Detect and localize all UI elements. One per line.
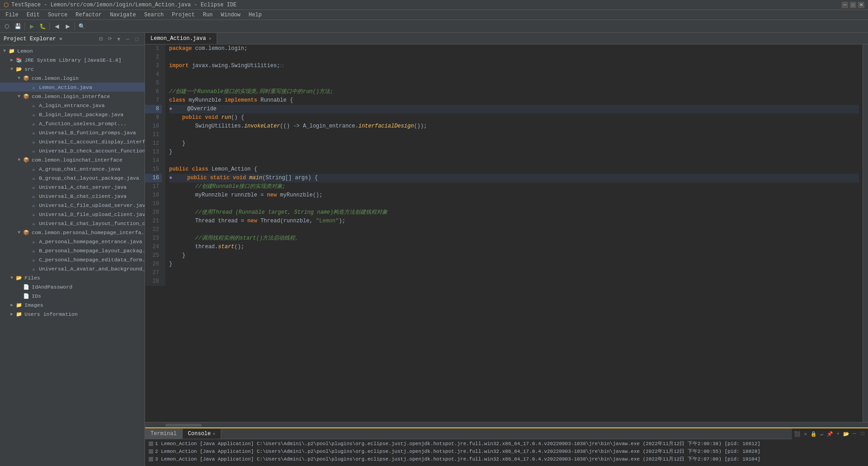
app-logo: ⬡ [4, 1, 9, 9]
icon-jre: 📚 [15, 56, 23, 64]
sidebar-tree: ▼ 📁 Lemon ▶ 📚 JRE System Library [JavaSE… [0, 45, 145, 466]
tree-item-users-info[interactable]: ▶ 📁 Users information [0, 309, 145, 319]
minimize-panel-icon[interactable]: ─ [851, 430, 858, 437]
new-button[interactable]: ⬡ [2, 21, 12, 31]
menu-window[interactable]: Window [217, 11, 244, 19]
tab-console-close[interactable]: ✕ [213, 431, 215, 437]
menu-help[interactable]: Help [245, 11, 266, 19]
clear-icon[interactable]: ✕ [802, 430, 809, 437]
code-line-12: } [169, 139, 859, 148]
tree-item-universal-c[interactable]: ▶ ☕ Universal_C_account_display_interfac… [0, 137, 145, 146]
tab-terminal[interactable]: Terminal [145, 429, 183, 439]
minimize-view-button[interactable]: ─ [124, 35, 132, 43]
tree-item-universal-c-file[interactable]: ▶ ☕ Universal_C_file_upload_server.java [0, 201, 145, 210]
tree-item-a-login[interactable]: ▶ ☕ A_login_entrance.java [0, 101, 145, 110]
menu-refactor[interactable]: Refactor [72, 11, 106, 19]
tree-item-a-function[interactable]: ▶ ☕ A_function_useless_prompt... [0, 119, 145, 128]
save-button[interactable]: 💾 [13, 21, 23, 31]
new-console-icon[interactable]: + [834, 430, 842, 437]
maximize-panel-icon[interactable]: □ [859, 430, 866, 437]
tree-item-files[interactable]: ▼ 📂 Files [0, 273, 145, 282]
forward-button[interactable]: ▶ [63, 21, 73, 31]
search-button[interactable]: 🔍 [77, 21, 87, 31]
linenum-4: 4 [145, 70, 162, 79]
back-button[interactable]: ◀ [52, 21, 62, 31]
icon-universal-b: ☕ [30, 129, 37, 136]
menu-search[interactable]: Search [141, 11, 167, 19]
tree-item-b-group[interactable]: ▶ ☕ B_group_chat_layout_package.java [0, 173, 145, 182]
tree-item-jre[interactable]: ▶ 📚 JRE System Library [JavaSE-1.8] [0, 55, 145, 64]
editor-hscroll[interactable] [145, 422, 868, 427]
tree-item-b-personal[interactable]: ▶ ☕ B_personal_homepage_layout_packag... [0, 246, 145, 255]
tree-item-ids[interactable]: ▶ 📄 IDs [0, 291, 145, 300]
tree-item-pkg-login[interactable]: ▼ 📦 com.lemon.login [0, 74, 145, 83]
collapse-all-button[interactable]: ⊟ [97, 35, 105, 43]
tree-item-a-personal[interactable]: ▶ ☕ A_personal_homepage_entrance.java [0, 237, 145, 246]
label-users-info: Users information [24, 311, 78, 317]
menu-edit[interactable]: Edit [23, 11, 44, 19]
tree-item-pkg-personal[interactable]: ▼ 📦 com.lemon.personal_homepage_interfa.… [0, 228, 145, 237]
maximize-button[interactable]: □ [850, 2, 856, 8]
console-line-3: 3 Lemon_Action [Java Application] C:\Use… [149, 456, 864, 463]
tab-close-lemon-action[interactable]: ✕ [209, 36, 211, 41]
code-editor[interactable]: 1 2 3 4 5 6 7 8 9 10 11 12 13 14 [145, 44, 863, 422]
menu-project[interactable]: Project [168, 11, 198, 19]
menu-file[interactable]: File [2, 11, 22, 19]
tree-item-universal-e[interactable]: ▶ ☕ Universal_E_chat_layout_function_opt… [0, 219, 145, 228]
menu-source[interactable]: Source [44, 11, 71, 19]
tree-item-universal-a-chat[interactable]: ▶ ☕ Universal_A_chat_server.java [0, 182, 145, 191]
hscroll-thumb[interactable] [165, 424, 202, 427]
tree-item-pkg-login-iface[interactable]: ▼ 📦 com.lemon.login_interface [0, 92, 145, 101]
label-universal-e: Universal_E_chat_layout_function_opt... [39, 221, 145, 226]
tab-lemon-action[interactable]: Lemon_Action.java ✕ [145, 33, 217, 44]
tree-item-b-login[interactable]: ▶ ☕ B_login_layout_package.java [0, 110, 145, 119]
cls-myrunnzble-2: myRunnzble [169, 191, 228, 200]
linenum-9: 9 [145, 113, 162, 122]
icon-a-function: ☕ [30, 120, 37, 127]
tree-item-src[interactable]: ▼ 📂 src [0, 64, 145, 74]
toolbar-sep-1 [24, 22, 25, 30]
tree-item-universal-d[interactable]: ▶ ☕ Universal_D_check_account_function.j… [0, 146, 145, 155]
brace-open-1: { [290, 96, 293, 105]
debug-button[interactable]: 🐛 [38, 21, 48, 31]
tree-item-c-personal[interactable]: ▶ ☕ C_personal_homepage_editdata_form... [0, 255, 145, 264]
code-lines[interactable]: package com.lemon.login; import javax.sw… [165, 44, 863, 286]
menu-run[interactable]: Run [199, 11, 217, 19]
menu-navigate[interactable]: Navigate [106, 11, 140, 19]
tree-item-universal-d-file[interactable]: ▶ ☕ Universal_D_file_upload_client.java [0, 210, 145, 219]
tree-item-images[interactable]: ▶ 📁 Images [0, 300, 145, 309]
view-menu-button[interactable]: ▼ [115, 35, 123, 43]
window-controls[interactable]: ─ □ ✕ [842, 2, 864, 8]
linenum-10: 10 [145, 122, 162, 131]
tree-item-idandpassword[interactable]: ▶ 📄 IdAndPassword [0, 282, 145, 291]
pin-icon[interactable]: 📌 [826, 430, 834, 437]
code-line-16: ● public static void main(String[] args)… [169, 174, 859, 182]
tree-item-universal-b[interactable]: ▶ ☕ Universal_B_funtion_promps.java [0, 128, 145, 137]
sync-button[interactable]: ⟳ [106, 35, 114, 43]
label-universal-b: Universal_B_funtion_promps.java [39, 130, 136, 136]
tree-item-a-group[interactable]: ▶ ☕ A_group_chat_entrance.java [0, 164, 145, 173]
stop-icon[interactable]: ⬛ [794, 430, 801, 437]
run-button[interactable]: ▶ [27, 21, 37, 31]
op-new-close: (); [313, 191, 323, 200]
close-button[interactable]: ✕ [858, 2, 864, 8]
word-wrap-icon[interactable]: ↵ [818, 430, 825, 437]
tab-console[interactable]: Console ✕ [183, 429, 221, 439]
open-console-icon[interactable]: 📂 [843, 430, 850, 437]
kw-public-2: public [169, 165, 189, 174]
comment-4: //调用线程实例的start()方法启动线程。 [169, 234, 301, 243]
tree-item-universal-b-chat[interactable]: ▶ ☕ Universal_B_chat_client.java [0, 191, 145, 201]
tree-item-universal-a-avatar[interactable]: ▶ ☕ Universal_A_avatar_and_background_..… [0, 264, 145, 273]
editor-vscroll[interactable] [863, 44, 868, 422]
tree-item-lemon[interactable]: ▼ 📁 Lemon [0, 46, 145, 55]
var-args: args [292, 174, 308, 182]
tree-item-pkg-loginchat[interactable]: ▼ 📦 com.lemon.loginchat_interface [0, 155, 145, 164]
scroll-lock-icon[interactable]: 🔒 [810, 430, 817, 437]
minimize-button[interactable]: ─ [842, 2, 848, 8]
icon-universal-b-chat: ☕ [30, 192, 37, 200]
arrow-images: ▶ [9, 302, 15, 308]
console-text-3: 3 Lemon_Action [Java Application] C:\Use… [155, 456, 761, 463]
console-icon-1 [149, 441, 153, 446]
maximize-view-button[interactable]: □ [133, 35, 141, 43]
tree-item-lemon-action[interactable]: ▶ ☕ Lemon_Action.java [0, 83, 145, 92]
